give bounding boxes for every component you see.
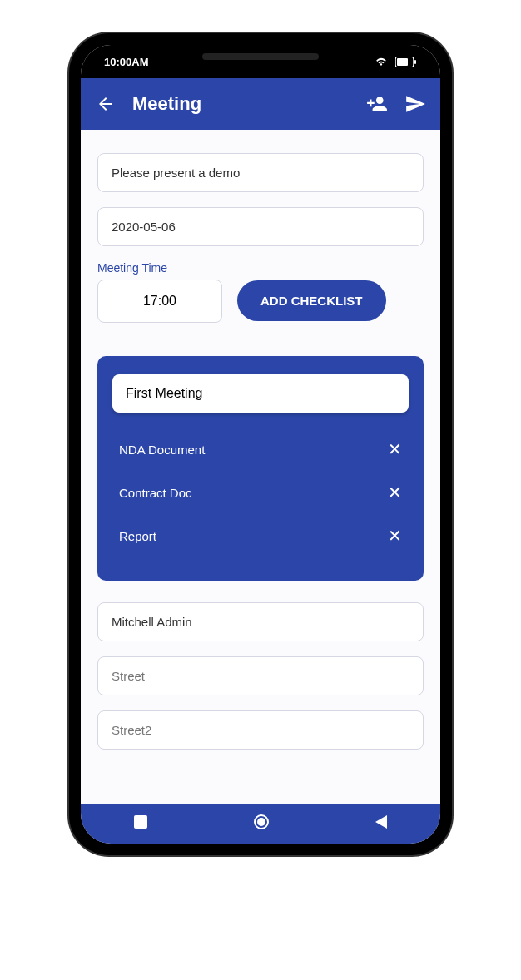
close-icon[interactable]: ✕ [388,439,402,459]
person-add-icon [366,93,388,115]
date-field[interactable]: 2020-05-06 [97,207,424,246]
form-content[interactable]: Please present a demo 2020-05-06 Meeting… [81,130,440,804]
description-field[interactable]: Please present a demo [97,153,424,192]
close-icon[interactable]: ✕ [388,526,402,546]
triangle-back-icon [375,815,387,829]
status-indicators [352,56,417,67]
app-bar: Meeting [81,78,440,130]
checklist-item-label: NDA Document [119,443,205,457]
svg-rect-7 [134,815,147,829]
checklist-card: NDA Document ✕ Contract Doc ✕ Report ✕ [97,356,424,581]
android-nav-bar [81,804,440,844]
time-field[interactable]: 17:00 [97,280,222,323]
svg-point-9 [257,818,265,826]
battery-icon [395,57,417,67]
time-block: Meeting Time 17:00 [97,261,222,323]
svg-rect-6 [414,60,416,64]
svg-rect-5 [397,58,408,66]
checklist-item-label: Report [119,529,156,543]
signal-icon [352,56,367,67]
arrow-back-icon [96,94,116,114]
street2-field[interactable] [97,710,424,750]
time-label: Meeting Time [97,261,222,275]
nav-home-button[interactable] [253,814,270,834]
add-checklist-button[interactable]: ADD CHECKLIST [237,280,386,321]
partner-field[interactable]: Mitchell Admin [97,602,424,641]
phone-speaker [202,53,319,60]
add-person-button[interactable] [365,92,389,116]
checklist-item: NDA Document ✕ [112,428,409,471]
circle-icon [253,814,270,830]
wifi-icon [374,56,389,67]
svg-rect-2 [360,58,363,67]
phone-frame: 10:00AM Meeting Please present a demo 20… [69,33,452,855]
svg-rect-1 [356,61,359,67]
nav-back-button[interactable] [375,815,387,832]
send-icon [404,93,426,115]
checklist-item-label: Contract Doc [119,486,192,500]
checklist-item: Contract Doc ✕ [112,471,409,514]
time-row: Meeting Time 17:00 ADD CHECKLIST [97,261,424,323]
close-icon[interactable]: ✕ [388,483,402,502]
phone-screen: 10:00AM Meeting Please present a demo 20… [81,45,440,844]
send-button[interactable] [404,92,427,116]
svg-rect-0 [352,64,355,67]
back-button[interactable] [94,92,117,116]
status-time: 10:00AM [104,56,148,68]
svg-rect-3 [365,56,367,67]
page-title: Meeting [132,93,350,115]
street-field[interactable] [97,656,424,695]
checklist-item: Report ✕ [112,514,409,557]
nav-recent-button[interactable] [134,815,147,832]
checklist-title-field[interactable] [112,374,409,413]
status-bar: 10:00AM [81,45,440,78]
square-icon [134,815,147,829]
